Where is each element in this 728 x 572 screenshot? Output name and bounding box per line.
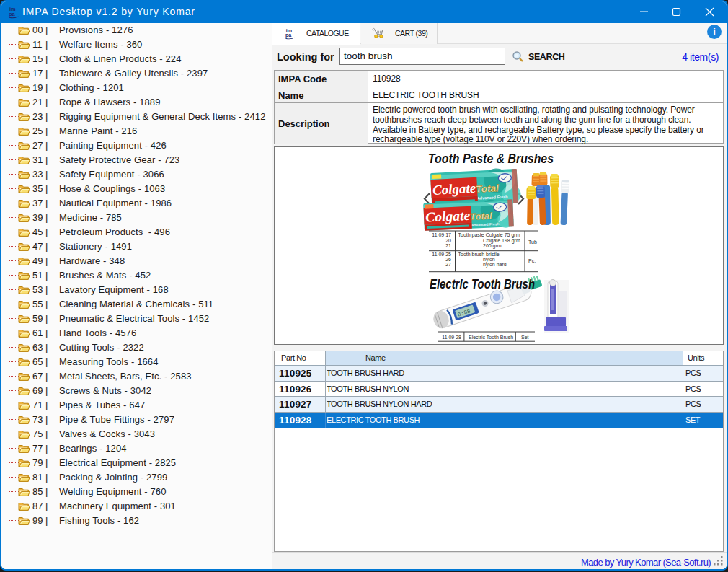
svg-text:20: 20	[445, 238, 451, 243]
svg-text:Pc.: Pc.	[528, 258, 536, 263]
svg-text:21: 21	[445, 243, 451, 248]
svg-text:pa: pa	[285, 32, 291, 38]
svg-text:Total: Total	[470, 211, 493, 222]
svg-text:27: 27	[445, 262, 451, 267]
svg-text:11 09 25: 11 09 25	[432, 252, 451, 257]
svg-text:200 grm: 200 grm	[483, 243, 502, 249]
svg-text:Total: Total	[476, 182, 500, 195]
svg-text:Tub: Tub	[528, 239, 537, 245]
svg-text:Electric Tooth Brush: Electric Tooth Brush	[469, 335, 513, 340]
svg-text:Colgate: Colgate	[425, 208, 471, 225]
svg-text:Tooth paste Colgate 75 grm: Tooth paste Colgate 75 grm	[458, 232, 520, 238]
svg-text:Tooth brush bristle: Tooth brush bristle	[458, 252, 500, 257]
svg-text:nylon hard: nylon hard	[483, 262, 507, 268]
svg-text:11 09 28: 11 09 28	[442, 335, 461, 340]
svg-text:26: 26	[445, 257, 451, 262]
svg-text:11 09 17: 11 09 17	[432, 232, 451, 237]
svg-text:Electric Tooth Brush: Electric Tooth Brush	[430, 277, 535, 291]
svg-text:pa: pa	[9, 11, 16, 17]
svg-text:Tooth Paste & Brushes: Tooth Paste & Brushes	[428, 151, 554, 166]
svg-text:Set: Set	[521, 335, 529, 340]
svg-text:Colgate: Colgate	[432, 180, 477, 198]
